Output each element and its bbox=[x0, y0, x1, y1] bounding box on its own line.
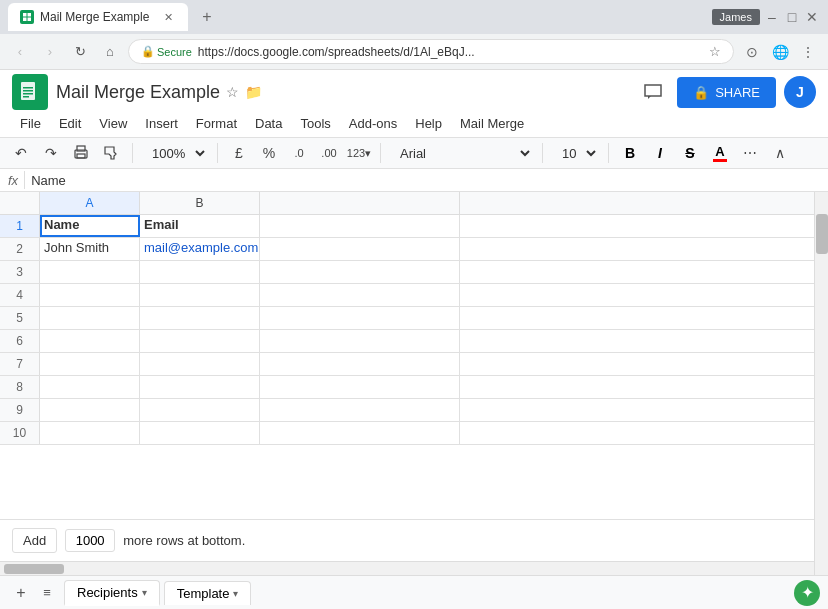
decimal-more-button[interactable]: .00 bbox=[316, 140, 342, 166]
new-tab-button[interactable]: + bbox=[194, 4, 220, 30]
vertical-scrollbar[interactable] bbox=[814, 192, 828, 575]
sheet-tab-recipients[interactable]: Recipients ▾ bbox=[64, 580, 160, 606]
sheet-tab-template[interactable]: Template ▾ bbox=[164, 581, 252, 605]
menu-format[interactable]: Format bbox=[188, 112, 245, 135]
share-button[interactable]: 🔒 SHARE bbox=[677, 77, 776, 108]
cell-b8[interactable] bbox=[140, 376, 260, 398]
zoom-select[interactable]: 100% 75% 125% bbox=[141, 142, 209, 165]
comments-button[interactable] bbox=[637, 76, 669, 108]
cell-c8[interactable] bbox=[260, 376, 460, 398]
star-icon[interactable]: ☆ bbox=[226, 84, 239, 100]
scrollbar-h-thumb[interactable] bbox=[4, 564, 64, 574]
horizontal-scrollbar[interactable] bbox=[0, 561, 814, 575]
cell-a2[interactable]: John Smith bbox=[40, 238, 140, 260]
tab-close-button[interactable]: ✕ bbox=[160, 9, 176, 25]
col-header-c bbox=[260, 192, 460, 214]
menu-file[interactable]: File bbox=[12, 112, 49, 135]
menu-insert[interactable]: Insert bbox=[137, 112, 186, 135]
row-num-9: 9 bbox=[0, 399, 40, 421]
menu-addons[interactable]: Add-ons bbox=[341, 112, 405, 135]
rows-count-input[interactable] bbox=[65, 529, 115, 552]
cell-b5[interactable] bbox=[140, 307, 260, 329]
cell-a7[interactable] bbox=[40, 353, 140, 375]
add-rows-button[interactable]: Add bbox=[12, 528, 57, 553]
font-select[interactable]: Arial Times New Roman bbox=[389, 142, 534, 165]
cell-b6[interactable] bbox=[140, 330, 260, 352]
col-header-b[interactable]: B bbox=[140, 192, 260, 214]
formula-content[interactable]: Name bbox=[31, 173, 66, 188]
browser-tab[interactable]: Mail Merge Example ✕ bbox=[8, 3, 188, 31]
menu-data[interactable]: Data bbox=[247, 112, 290, 135]
column-headers: A B bbox=[0, 192, 814, 215]
decimal-less-button[interactable]: .0 bbox=[286, 140, 312, 166]
scrollbar-v-thumb[interactable] bbox=[816, 214, 828, 254]
folder-icon[interactable]: 📁 bbox=[245, 84, 262, 100]
cell-a1[interactable]: Name bbox=[40, 215, 140, 237]
minimize-button[interactable]: – bbox=[764, 9, 780, 25]
percent-button[interactable]: % bbox=[256, 140, 282, 166]
cell-c3[interactable] bbox=[260, 261, 460, 283]
italic-button[interactable]: I bbox=[647, 140, 673, 166]
menu-help[interactable]: Help bbox=[407, 112, 450, 135]
table-row: 8 bbox=[0, 376, 814, 399]
cell-c5[interactable] bbox=[260, 307, 460, 329]
back-button[interactable]: ‹ bbox=[8, 40, 32, 64]
svg-rect-6 bbox=[23, 90, 33, 92]
strikethrough-button[interactable]: S bbox=[677, 140, 703, 166]
font-size-select[interactable]: 10 12 14 bbox=[551, 142, 600, 165]
cell-b4[interactable] bbox=[140, 284, 260, 306]
svg-rect-5 bbox=[23, 87, 33, 89]
forward-button[interactable]: › bbox=[38, 40, 62, 64]
table-row: 1 Name Email bbox=[0, 215, 814, 238]
cell-a6[interactable] bbox=[40, 330, 140, 352]
bookmark-icon[interactable]: ☆ bbox=[709, 44, 721, 59]
cell-b7[interactable] bbox=[140, 353, 260, 375]
explore-button[interactable]: ✦ bbox=[794, 580, 820, 606]
cell-c2[interactable] bbox=[260, 238, 460, 260]
cell-a5[interactable] bbox=[40, 307, 140, 329]
menu-edit[interactable]: Edit bbox=[51, 112, 89, 135]
cell-a4[interactable] bbox=[40, 284, 140, 306]
menu-mailmerge[interactable]: Mail Merge bbox=[452, 112, 532, 135]
menu-view[interactable]: View bbox=[91, 112, 135, 135]
cell-b2[interactable]: mail@example.com bbox=[140, 238, 260, 260]
more-toolbar-button[interactable]: ⋯ bbox=[737, 140, 763, 166]
refresh-button[interactable]: ↻ bbox=[68, 40, 92, 64]
paint-format-button[interactable] bbox=[98, 140, 124, 166]
add-sheet-button[interactable]: + bbox=[8, 580, 34, 606]
cell-a3[interactable] bbox=[40, 261, 140, 283]
redo-button[interactable]: ↷ bbox=[38, 140, 64, 166]
cell-c1[interactable] bbox=[260, 215, 460, 237]
bold-button[interactable]: B bbox=[617, 140, 643, 166]
sheet-menu-button[interactable]: ≡ bbox=[34, 580, 60, 606]
col-header-a[interactable]: A bbox=[40, 192, 140, 214]
address-field[interactable]: 🔒 Secure https://docs.google.com/spreads… bbox=[128, 39, 734, 64]
titlebar-right: James – □ ✕ bbox=[712, 9, 820, 25]
cell-b3[interactable] bbox=[140, 261, 260, 283]
underline-color-button[interactable]: A bbox=[707, 140, 733, 166]
close-window-button[interactable]: ✕ bbox=[804, 9, 820, 25]
maximize-button[interactable]: □ bbox=[784, 9, 800, 25]
cell-c4[interactable] bbox=[260, 284, 460, 306]
cell-c6[interactable] bbox=[260, 330, 460, 352]
menu-tools[interactable]: Tools bbox=[292, 112, 338, 135]
cell-a9[interactable] bbox=[40, 399, 140, 421]
cell-c9[interactable] bbox=[260, 399, 460, 421]
cell-c10[interactable] bbox=[260, 422, 460, 444]
cell-b9[interactable] bbox=[140, 399, 260, 421]
profile-icon[interactable]: 🌐 bbox=[768, 40, 792, 64]
extensions-icon[interactable]: ⊙ bbox=[740, 40, 764, 64]
print-button[interactable] bbox=[68, 140, 94, 166]
home-button[interactable]: ⌂ bbox=[98, 40, 122, 64]
cell-a10[interactable] bbox=[40, 422, 140, 444]
currency-button[interactable]: £ bbox=[226, 140, 252, 166]
menu-icon[interactable]: ⋮ bbox=[796, 40, 820, 64]
cell-a8[interactable] bbox=[40, 376, 140, 398]
cell-b10[interactable] bbox=[140, 422, 260, 444]
more-formats-button[interactable]: 123▾ bbox=[346, 140, 372, 166]
cell-c7[interactable] bbox=[260, 353, 460, 375]
undo-button[interactable]: ↶ bbox=[8, 140, 34, 166]
collapse-toolbar-button[interactable]: ∧ bbox=[767, 140, 793, 166]
cell-b1[interactable]: Email bbox=[140, 215, 260, 237]
url-text: https://docs.google.com/spreadsheets/d/1… bbox=[198, 45, 475, 59]
